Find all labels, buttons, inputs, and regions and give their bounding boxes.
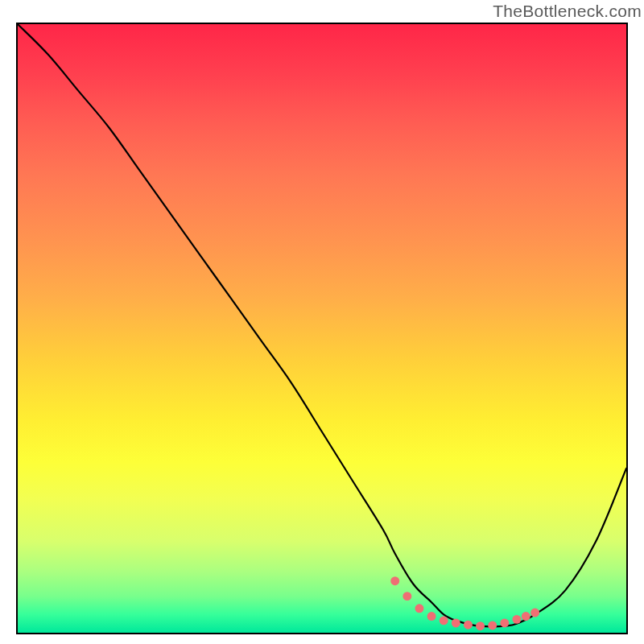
marker-dot [530,609,539,617]
watermark-label: TheBottleneck.com [493,2,642,21]
marker-dot [415,604,423,613]
chart-svg [18,24,626,633]
marker-dot [464,621,473,630]
curve-line [18,24,626,626]
plot-area [16,23,628,634]
marker-dot [452,618,460,627]
marker-dot [522,612,530,621]
marker-dot [402,592,411,601]
chart-frame: TheBottleneck.com [0,0,644,644]
marker-dot [440,616,448,625]
marker-dot [427,612,436,621]
marker-dot [390,576,399,585]
marker-dot [488,621,497,630]
marker-dot [500,618,509,627]
marker-dot [512,615,521,624]
marker-dot [476,621,485,630]
